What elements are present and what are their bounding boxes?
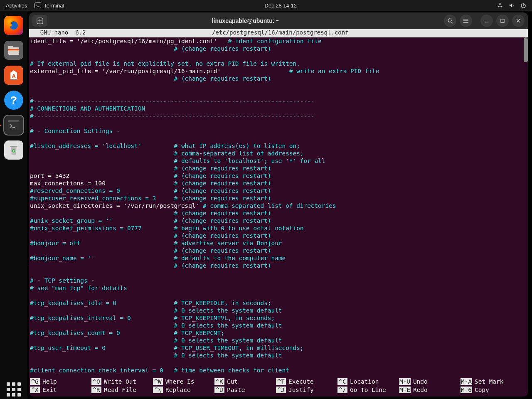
editor-line: [30, 269, 528, 277]
svg-text:A: A: [12, 73, 16, 79]
dock-terminal[interactable]: [4, 116, 23, 135]
editor-line: [30, 135, 528, 142]
editor-line: # - Connection Settings -: [30, 127, 528, 135]
editor-line: max_connections = 100 # (change requires…: [30, 180, 528, 187]
editor-line: [30, 359, 528, 367]
terminal-icon: [34, 2, 41, 8]
editor-line: #tcp_keepalives_idle = 0 # TCP_KEEPIDLE,…: [30, 299, 528, 307]
shortcut-key: M-A: [461, 378, 472, 385]
dock-software[interactable]: A: [4, 66, 23, 85]
dock-trash[interactable]: [4, 140, 23, 160]
shortcut-key: M-6: [461, 387, 472, 393]
editor-line: #---------------------------------------…: [30, 97, 528, 105]
app-menu-label: Terminal: [44, 2, 64, 9]
editor-line: # (change requires restart): [30, 45, 528, 52]
dock-files[interactable]: [4, 41, 23, 60]
network-icon[interactable]: [497, 2, 503, 8]
editor-line: # (change requires restart): [30, 262, 528, 269]
dock-firefox[interactable]: [4, 16, 23, 35]
shortcut: M-ASet Mark: [461, 377, 522, 386]
editor-area[interactable]: ident_file = '/etc/postgresql/16/main/pg…: [29, 37, 528, 377]
shortcut: ^TExecute: [276, 377, 337, 386]
shortcut-key: ^T: [276, 378, 286, 385]
svg-line-22: [451, 22, 453, 23]
minimize-button[interactable]: [480, 15, 493, 27]
editor-line: [30, 90, 528, 97]
shortcut: ^GHelp: [30, 377, 91, 386]
shortcut-key: ^X: [30, 387, 40, 393]
svg-rect-14: [8, 120, 20, 122]
shortcut-label: Where Is: [165, 378, 194, 385]
editor-line: external_pid_file = '/var/run/postgresql…: [30, 67, 528, 75]
editor-line: # CONNECTIONS AND AUTHENTICATION: [30, 105, 528, 112]
show-apps-button[interactable]: [7, 382, 21, 397]
editor-line: # 0 selects the system default: [30, 322, 528, 329]
shortcut-key: ^C: [337, 378, 347, 385]
shortcut: M-ERedo: [399, 386, 461, 394]
editor-line: [30, 120, 528, 127]
menu-button[interactable]: [460, 15, 472, 27]
volume-icon[interactable]: [509, 2, 515, 8]
shortcut: ^CLocation: [337, 377, 399, 386]
shortcut-label: Go To Line: [350, 387, 386, 393]
shortcut-label: Replace: [165, 387, 191, 393]
svg-rect-8: [8, 47, 19, 55]
running-indicator: [0, 125, 1, 126]
editor-line: port = 5432 # (change requires restart): [30, 172, 528, 180]
shortcut-label: Copy: [475, 387, 489, 393]
shortcut-key: ^\: [153, 387, 163, 393]
editor-line: # 0 selects the system default: [30, 307, 528, 314]
shortcut: ^UPaste: [214, 386, 276, 394]
shortcut-key: ^K: [214, 378, 224, 385]
power-icon[interactable]: [520, 2, 526, 8]
shortcut: ^RRead File: [91, 386, 153, 394]
svg-rect-16: [10, 146, 17, 147]
shortcut-label: Exit: [42, 387, 57, 393]
shortcut-key: ^W: [153, 378, 163, 385]
editor-line: #superuser_reserved_connections = 3 # (c…: [30, 195, 528, 202]
editor-line: #client_connection_check_interval = 0 # …: [30, 367, 528, 374]
nano-filepath: /etc/postgresql/16/main/postgresql.conf: [212, 29, 349, 36]
editor-line: # (change requires restart): [30, 75, 528, 82]
shortcut-label: Justify: [288, 387, 314, 393]
editor-line: #tcp_keepalives_interval = 0 # TCP_KEEPI…: [30, 314, 528, 322]
editor-line: # (change requires restart): [30, 232, 528, 239]
nano-version: GNU nano 6.2: [33, 29, 86, 36]
shortcut-key: M-U: [399, 378, 411, 385]
close-button[interactable]: [512, 15, 525, 27]
editor-line: #---------------------------------------…: [30, 112, 528, 120]
shortcut-key: ^R: [91, 387, 101, 393]
editor-line: #tcp_user_timeout = 0 # TCP_USER_TIMEOUT…: [30, 344, 528, 352]
shortcut-label: Redo: [413, 387, 428, 393]
shortcut-label: Read File: [104, 387, 136, 393]
window-title: linuxcapable@ubuntu: ~: [47, 17, 444, 24]
editor-line: # (change requires restart): [30, 165, 528, 172]
editor-line: # - TCP settings -: [30, 277, 528, 284]
shortcut-label: Cut: [227, 378, 238, 385]
shortcut: ^WWhere Is: [153, 377, 214, 386]
editor-line: # 0 selects the system default: [30, 337, 528, 344]
clock[interactable]: Dec 28 14:12: [64, 2, 497, 9]
scrollbar-thumb[interactable]: [524, 37, 528, 62]
activities-button[interactable]: Activities: [6, 2, 27, 9]
shortcut-key: ^G: [30, 378, 40, 385]
editor-line: #bonjour = off # advertise server via Bo…: [30, 239, 528, 247]
editor-line: ident_file = '/etc/postgresql/16/main/pg…: [30, 37, 528, 45]
search-button[interactable]: [444, 15, 456, 27]
shortcut-label: Execute: [288, 378, 314, 385]
editor-line: #unix_socket_group = '' # (change requir…: [30, 217, 528, 224]
app-menu[interactable]: Terminal: [34, 2, 64, 9]
editor-line: # If external_pid_file is not explicitly…: [30, 60, 528, 67]
shortcut: ^JJustify: [276, 386, 337, 394]
svg-rect-0: [35, 3, 41, 8]
dock-help[interactable]: ?: [4, 91, 23, 110]
shortcut-key: ^J: [276, 387, 286, 393]
shortcut-label: Write Out: [104, 378, 136, 385]
maximize-button[interactable]: [496, 15, 509, 27]
editor-line: [30, 82, 528, 90]
shortcut-key: ^U: [214, 387, 224, 393]
dock: A ?: [0, 11, 27, 399]
new-tab-button[interactable]: [32, 15, 47, 27]
gnome-topbar: Activities Terminal Dec 28 14:12: [0, 0, 532, 11]
editor-line: # comma-separated list of addresses;: [30, 150, 528, 157]
